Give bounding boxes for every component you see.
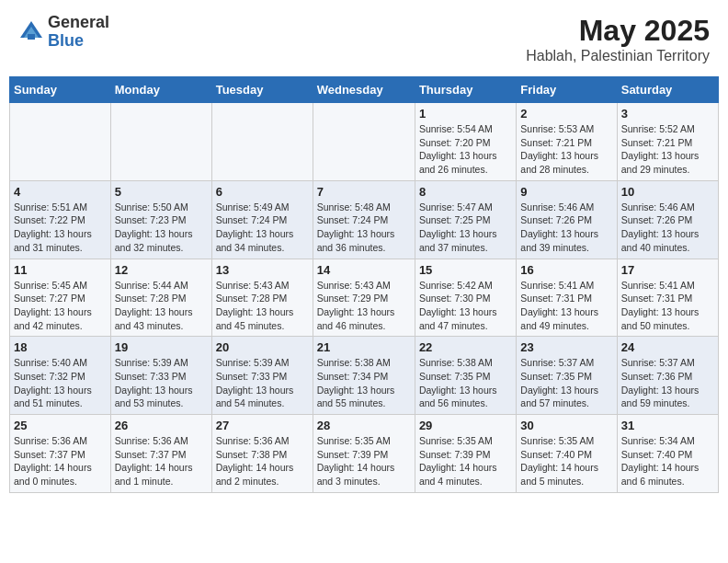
- logo: General Blue: [18, 14, 109, 51]
- calendar-cell: 28Sunrise: 5:35 AMSunset: 7:39 PMDayligh…: [313, 415, 415, 493]
- calendar-cell: [211, 103, 313, 181]
- day-info: Sunrise: 5:53 AMSunset: 7:21 PMDaylight:…: [520, 122, 612, 177]
- header-sunday: Sunday: [10, 77, 111, 103]
- logo-blue-text: Blue: [48, 32, 109, 51]
- calendar-cell: 11Sunrise: 5:45 AMSunset: 7:27 PMDayligh…: [10, 259, 111, 337]
- day-number: 10: [621, 185, 714, 199]
- day-info: Sunrise: 5:40 AMSunset: 7:32 PMDaylight:…: [14, 356, 107, 410]
- day-info: Sunrise: 5:45 AMSunset: 7:27 PMDaylight:…: [14, 279, 107, 333]
- day-number: 29: [419, 419, 512, 432]
- calendar-cell: 8Sunrise: 5:47 AMSunset: 7:25 PMDaylight…: [415, 180, 516, 259]
- calendar-cell: 1Sunrise: 5:54 AMSunset: 7:20 PMDaylight…: [415, 103, 516, 181]
- day-info: Sunrise: 5:35 AMSunset: 7:39 PMDaylight:…: [317, 434, 411, 488]
- day-number: 23: [520, 340, 612, 354]
- calendar-cell: 18Sunrise: 5:40 AMSunset: 7:32 PMDayligh…: [10, 337, 111, 415]
- day-number: 13: [216, 263, 309, 277]
- calendar-cell: 20Sunrise: 5:39 AMSunset: 7:33 PMDayligh…: [211, 337, 313, 415]
- day-number: 2: [520, 107, 612, 121]
- page-wrapper: General Blue May 2025 Hablah, Palestinia…: [9, 9, 719, 493]
- calendar-cell: 26Sunrise: 5:36 AMSunset: 7:37 PMDayligh…: [110, 415, 211, 493]
- calendar-cell: 9Sunrise: 5:46 AMSunset: 7:26 PMDaylight…: [517, 180, 617, 259]
- day-info: Sunrise: 5:37 AMSunset: 7:35 PMDaylight:…: [520, 356, 612, 410]
- day-info: Sunrise: 5:49 AMSunset: 7:24 PMDaylight:…: [216, 201, 309, 255]
- logo-text: General Blue: [48, 14, 109, 51]
- day-info: Sunrise: 5:37 AMSunset: 7:36 PMDaylight:…: [621, 356, 714, 410]
- day-info: Sunrise: 5:44 AMSunset: 7:28 PMDaylight:…: [115, 279, 208, 333]
- day-info: Sunrise: 5:46 AMSunset: 7:26 PMDaylight:…: [520, 201, 612, 255]
- day-number: 19: [115, 340, 208, 354]
- calendar-week-4: 18Sunrise: 5:40 AMSunset: 7:32 PMDayligh…: [10, 337, 719, 415]
- header-friday: Friday: [517, 77, 617, 103]
- page-header: General Blue May 2025 Hablah, Palestinia…: [9, 9, 719, 69]
- day-info: Sunrise: 5:39 AMSunset: 7:33 PMDaylight:…: [115, 356, 208, 410]
- day-info: Sunrise: 5:47 AMSunset: 7:25 PMDaylight:…: [419, 201, 512, 255]
- day-info: Sunrise: 5:35 AMSunset: 7:39 PMDaylight:…: [419, 434, 512, 488]
- day-info: Sunrise: 5:42 AMSunset: 7:30 PMDaylight:…: [419, 279, 512, 333]
- calendar-cell: 17Sunrise: 5:41 AMSunset: 7:31 PMDayligh…: [617, 259, 718, 337]
- calendar-cell: 4Sunrise: 5:51 AMSunset: 7:22 PMDaylight…: [10, 180, 111, 259]
- calendar-cell: 7Sunrise: 5:48 AMSunset: 7:24 PMDaylight…: [313, 180, 415, 259]
- header-saturday: Saturday: [617, 77, 718, 103]
- day-number: 21: [317, 340, 411, 354]
- day-number: 20: [216, 340, 309, 354]
- day-info: Sunrise: 5:51 AMSunset: 7:22 PMDaylight:…: [14, 201, 107, 255]
- calendar-week-3: 11Sunrise: 5:45 AMSunset: 7:27 PMDayligh…: [10, 259, 719, 337]
- day-number: 4: [14, 185, 107, 199]
- calendar-cell: [110, 103, 211, 181]
- logo-icon: [18, 19, 44, 45]
- calendar-cell: 12Sunrise: 5:44 AMSunset: 7:28 PMDayligh…: [110, 259, 211, 337]
- calendar-cell: 16Sunrise: 5:41 AMSunset: 7:31 PMDayligh…: [517, 259, 617, 337]
- day-number: 31: [621, 419, 714, 432]
- calendar-week-1: 1Sunrise: 5:54 AMSunset: 7:20 PMDaylight…: [10, 103, 719, 181]
- day-info: Sunrise: 5:43 AMSunset: 7:28 PMDaylight:…: [216, 279, 309, 333]
- day-info: Sunrise: 5:36 AMSunset: 7:37 PMDaylight:…: [115, 434, 208, 488]
- day-number: 22: [419, 340, 512, 354]
- day-number: 30: [520, 419, 612, 432]
- calendar-cell: [10, 103, 111, 181]
- day-info: Sunrise: 5:41 AMSunset: 7:31 PMDaylight:…: [520, 279, 612, 333]
- calendar-cell: 6Sunrise: 5:49 AMSunset: 7:24 PMDaylight…: [211, 180, 313, 259]
- svg-rect-2: [28, 34, 35, 40]
- day-info: Sunrise: 5:35 AMSunset: 7:40 PMDaylight:…: [520, 434, 612, 488]
- day-number: 8: [419, 185, 512, 199]
- day-info: Sunrise: 5:50 AMSunset: 7:23 PMDaylight:…: [115, 201, 208, 255]
- day-info: Sunrise: 5:46 AMSunset: 7:26 PMDaylight:…: [621, 201, 714, 255]
- day-info: Sunrise: 5:36 AMSunset: 7:38 PMDaylight:…: [216, 434, 309, 488]
- day-info: Sunrise: 5:41 AMSunset: 7:31 PMDaylight:…: [621, 279, 714, 333]
- calendar-cell: [313, 103, 415, 181]
- calendar-cell: 30Sunrise: 5:35 AMSunset: 7:40 PMDayligh…: [517, 415, 617, 493]
- header-monday: Monday: [110, 77, 211, 103]
- calendar-week-5: 25Sunrise: 5:36 AMSunset: 7:37 PMDayligh…: [10, 415, 719, 493]
- day-number: 14: [317, 263, 411, 277]
- day-number: 26: [115, 419, 208, 432]
- day-number: 28: [317, 419, 411, 432]
- day-number: 17: [621, 263, 714, 277]
- calendar-cell: 13Sunrise: 5:43 AMSunset: 7:28 PMDayligh…: [211, 259, 313, 337]
- day-info: Sunrise: 5:54 AMSunset: 7:20 PMDaylight:…: [419, 122, 512, 177]
- header-thursday: Thursday: [415, 77, 516, 103]
- day-number: 3: [621, 107, 714, 121]
- calendar-cell: 5Sunrise: 5:50 AMSunset: 7:23 PMDaylight…: [110, 180, 211, 259]
- calendar-cell: 27Sunrise: 5:36 AMSunset: 7:38 PMDayligh…: [211, 415, 313, 493]
- day-info: Sunrise: 5:34 AMSunset: 7:40 PMDaylight:…: [621, 434, 714, 488]
- day-number: 27: [216, 419, 309, 432]
- day-number: 12: [115, 263, 208, 277]
- calendar-table: Sunday Monday Tuesday Wednesday Thursday…: [9, 76, 719, 493]
- day-number: 11: [14, 263, 107, 277]
- calendar-cell: 14Sunrise: 5:43 AMSunset: 7:29 PMDayligh…: [313, 259, 415, 337]
- day-number: 1: [419, 107, 512, 121]
- day-info: Sunrise: 5:48 AMSunset: 7:24 PMDaylight:…: [317, 201, 411, 255]
- day-info: Sunrise: 5:52 AMSunset: 7:21 PMDaylight:…: [621, 122, 714, 177]
- day-number: 15: [419, 263, 512, 277]
- day-number: 9: [520, 185, 612, 199]
- calendar-cell: 19Sunrise: 5:39 AMSunset: 7:33 PMDayligh…: [110, 337, 211, 415]
- calendar-cell: 10Sunrise: 5:46 AMSunset: 7:26 PMDayligh…: [617, 180, 718, 259]
- day-number: 16: [520, 263, 612, 277]
- calendar-cell: 2Sunrise: 5:53 AMSunset: 7:21 PMDaylight…: [517, 103, 617, 181]
- day-number: 6: [216, 185, 309, 199]
- month-title: May 2025: [526, 14, 710, 48]
- day-info: Sunrise: 5:38 AMSunset: 7:35 PMDaylight:…: [419, 356, 512, 410]
- header-tuesday: Tuesday: [211, 77, 313, 103]
- header-wednesday: Wednesday: [313, 77, 415, 103]
- title-block: May 2025 Hablah, Palestinian Territory: [526, 14, 710, 64]
